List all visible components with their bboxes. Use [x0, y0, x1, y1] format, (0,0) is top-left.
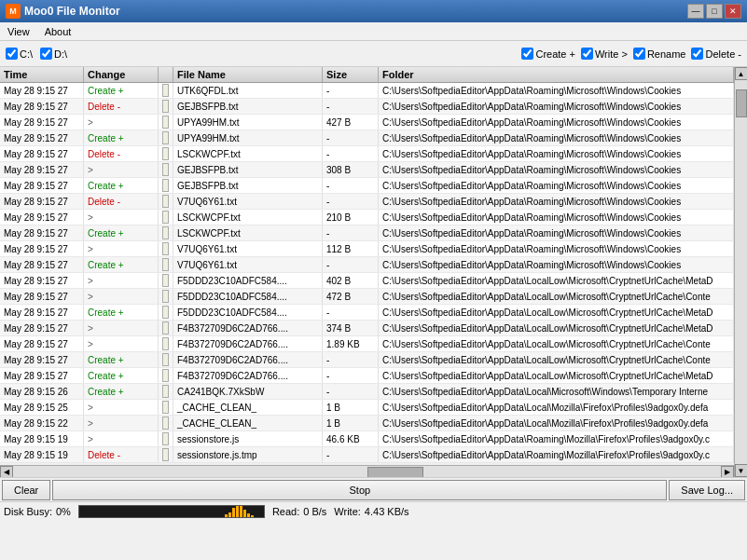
menu-about[interactable]: About: [41, 25, 76, 38]
filter-write-checkbox[interactable]: [581, 48, 593, 60]
filter-delete-checkbox[interactable]: [691, 48, 703, 60]
table-row[interactable]: May 28 9:15 27 Create + UPYA99HM.txt - C…: [0, 130, 734, 146]
cell-icon: [159, 130, 173, 145]
table-row[interactable]: May 28 9:15 27 > UPYA99HM.txt 427 B C:\U…: [0, 115, 734, 130]
cell-size: 374 B: [323, 321, 379, 335]
cell-time: May 28 9:15 27: [0, 352, 84, 367]
clear-button[interactable]: Clear: [2, 480, 50, 500]
table-row[interactable]: May 28 9:15 26 Create + CA241BQK.7XkSbW …: [0, 384, 734, 400]
col-filename[interactable]: File Name: [173, 67, 323, 82]
table-row[interactable]: May 28 9:15 27 Create + V7UQ6Y61.txt - C…: [0, 257, 734, 273]
drive-d-checkbox[interactable]: [40, 48, 52, 60]
table-row[interactable]: May 28 9:15 27 Delete - GEJBSFPB.txt - C…: [0, 99, 734, 115]
table-row[interactable]: May 28 9:15 27 > F4B372709D6C2AD766.... …: [0, 321, 734, 336]
filter-create[interactable]: Create +: [521, 48, 575, 60]
col-time[interactable]: Time: [0, 67, 84, 82]
cell-icon: [159, 83, 173, 98]
table-row[interactable]: May 28 9:15 27 > GEJBSFPB.txt 308 B C:\U…: [0, 162, 734, 178]
cell-size: -: [323, 99, 379, 114]
table-row[interactable]: May 28 9:15 27 Create + F4B372709D6C2AD7…: [0, 352, 734, 368]
drive-d-label[interactable]: D:\: [40, 48, 67, 60]
graph-bar: [228, 512, 231, 517]
table-row[interactable]: May 28 9:15 19 Delete - sessionstore.js.…: [0, 447, 734, 463]
col-size[interactable]: Size: [323, 67, 379, 82]
cell-icon: [159, 368, 173, 383]
table-row[interactable]: May 28 9:15 27 Create + LSCKWCPF.txt - C…: [0, 225, 734, 241]
table-row[interactable]: May 28 9:15 27 > F4B372709D6C2AD766.... …: [0, 336, 734, 352]
table-body[interactable]: May 28 9:15 27 Create + UTK6QFDL.txt - C…: [0, 83, 734, 465]
cell-size: -: [323, 368, 379, 383]
drive-c-checkbox[interactable]: [6, 48, 18, 60]
graph-bar: [243, 510, 246, 516]
cell-icon: [159, 336, 173, 351]
h-scrollbar-thumb[interactable]: [367, 467, 423, 478]
scroll-left-button[interactable]: ◀: [0, 466, 13, 478]
col-change[interactable]: Change: [84, 67, 159, 82]
col-folder[interactable]: Folder: [379, 67, 734, 82]
filter-rename-checkbox[interactable]: [633, 48, 645, 60]
cell-change: >: [84, 336, 159, 351]
cell-change: Create +: [84, 178, 159, 193]
table-row[interactable]: May 28 9:15 27 Create + UTK6QFDL.txt - C…: [0, 83, 734, 99]
menu-view[interactable]: View: [4, 25, 34, 38]
table-row[interactable]: May 28 9:15 27 > F5DDD23C10ADFC584.... 4…: [0, 273, 734, 289]
cell-change: Create +: [84, 368, 159, 383]
cell-folder: C:\Users\SoftpediaEditor\AppData\LocalLo…: [379, 352, 734, 367]
h-scrollbar[interactable]: ◀ ▶: [0, 465, 734, 477]
drive-c-label[interactable]: C:\: [6, 48, 33, 60]
table-row[interactable]: May 28 9:15 27 > F5DDD23C10ADFC584.... 4…: [0, 289, 734, 305]
v-scrollbar[interactable]: ▲ ▼: [734, 67, 747, 477]
cell-change: Delete -: [84, 99, 159, 114]
h-scrollbar-track[interactable]: [13, 467, 721, 478]
disk-busy-label: Disk Busy:: [4, 506, 52, 517]
drive-c-text: C:\: [20, 48, 33, 60]
cell-folder: C:\Users\SoftpediaEditor\AppData\LocalLo…: [379, 336, 734, 351]
cell-filename: UPYA99HM.txt: [173, 130, 323, 145]
save-log-button[interactable]: Save Log...: [669, 480, 745, 500]
cell-change: Create +: [84, 305, 159, 320]
filter-create-checkbox[interactable]: [521, 48, 533, 60]
cell-filename: F5DDD23C10ADFC584....: [173, 289, 323, 304]
table-row[interactable]: May 28 9:15 27 > V7UQ6Y61.txt 112 B C:\U…: [0, 241, 734, 257]
minimize-button[interactable]: —: [687, 4, 704, 19]
v-scrollbar-thumb[interactable]: [736, 89, 747, 117]
cell-change: >: [84, 431, 159, 446]
table-row[interactable]: May 28 9:15 27 Create + F4B372709D6C2AD7…: [0, 368, 734, 384]
cell-filename: F4B372709D6C2AD766....: [173, 352, 323, 367]
cell-filename: F5DDD23C10ADFC584....: [173, 273, 323, 288]
table-row[interactable]: May 28 9:15 27 Create + GEJBSFPB.txt - C…: [0, 178, 734, 194]
cell-icon: [159, 115, 173, 130]
table-row[interactable]: May 28 9:15 19 > sessionstore.js 46.6 KB…: [0, 431, 734, 447]
table-row[interactable]: May 28 9:15 27 Create + F5DDD23C10ADFC58…: [0, 305, 734, 321]
drive-d-text: D:\: [54, 48, 67, 60]
filter-create-text: Create +: [535, 48, 575, 60]
table-row[interactable]: May 28 9:15 22 > _CACHE_CLEAN_ 1 B C:\Us…: [0, 416, 734, 431]
activity-graph: [78, 505, 265, 518]
close-button[interactable]: ✕: [725, 4, 741, 19]
scroll-up-button[interactable]: ▲: [735, 67, 748, 80]
cell-size: 112 B: [323, 241, 379, 256]
filter-delete[interactable]: Delete -: [691, 48, 741, 60]
cell-filename: F4B372709D6C2AD766....: [173, 321, 323, 335]
stop-button[interactable]: Stop: [52, 480, 667, 500]
cell-icon: [159, 431, 173, 446]
window-controls: — □ ✕: [687, 4, 741, 19]
maximize-button[interactable]: □: [706, 4, 723, 19]
cell-folder: C:\Users\SoftpediaEditor\AppData\Roaming…: [379, 241, 734, 256]
cell-icon: [159, 162, 173, 177]
table-row[interactable]: May 28 9:15 25 > _CACHE_CLEAN_ 1 B C:\Us…: [0, 400, 734, 416]
filter-write[interactable]: Write >: [581, 48, 628, 60]
cell-time: May 28 9:15 25: [0, 400, 84, 415]
status-bar: Disk Busy: 0% Read: 0 B/s Write: 4.43 KB…: [0, 501, 747, 520]
v-scrollbar-track[interactable]: [735, 80, 748, 464]
cell-icon: [159, 321, 173, 335]
table-row[interactable]: May 28 9:15 27 Delete - V7UQ6Y61.txt - C…: [0, 194, 734, 210]
table-row[interactable]: May 28 9:15 27 Delete - LSCKWCPF.txt - C…: [0, 146, 734, 162]
filter-rename[interactable]: Rename: [633, 48, 686, 60]
scroll-right-button[interactable]: ▶: [721, 466, 734, 478]
scroll-down-button[interactable]: ▼: [735, 464, 748, 477]
cell-icon: [159, 273, 173, 288]
window-title: Moo0 File Monitor: [24, 5, 120, 18]
cell-change: >: [84, 162, 159, 177]
table-row[interactable]: May 28 9:15 27 > LSCKWCPF.txt 210 B C:\U…: [0, 210, 734, 225]
